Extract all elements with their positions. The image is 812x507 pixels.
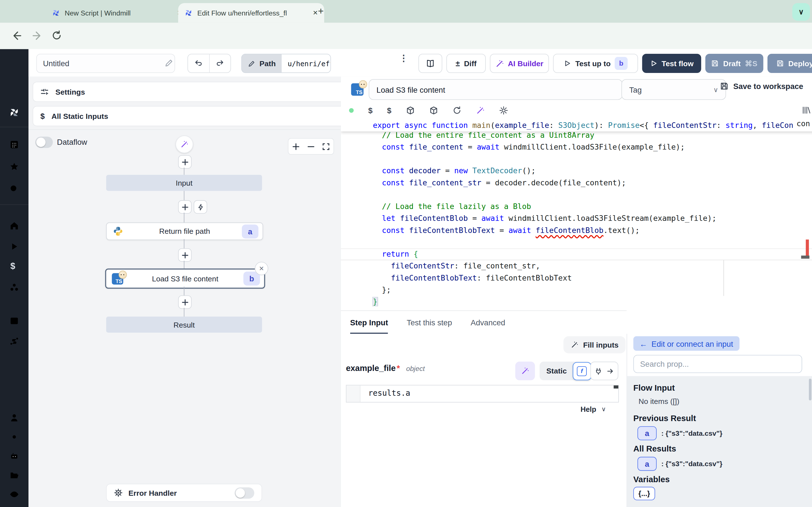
resources-icon[interactable] xyxy=(9,283,19,292)
deploy-button[interactable]: Deploy xyxy=(767,54,812,73)
ai-fill-button[interactable] xyxy=(515,362,535,380)
result-node[interactable]: Result xyxy=(106,317,262,333)
tab-test-this-step[interactable]: Test this step xyxy=(407,311,452,334)
tab-search-button[interactable]: ∨ xyxy=(792,3,810,20)
home-icon[interactable] xyxy=(9,221,19,231)
tab-step-input[interactable]: Step Input xyxy=(350,311,388,334)
package-icon[interactable] xyxy=(429,106,438,115)
all-results-row[interactable]: a : {"s3":"data.csv"} xyxy=(638,457,722,471)
search-icon[interactable] xyxy=(9,184,19,194)
remove-step-button[interactable]: ✕ xyxy=(255,262,268,275)
folders-icon[interactable] xyxy=(9,470,19,480)
search-prop-input[interactable] xyxy=(633,355,802,373)
diff-button[interactable]: ± Diff xyxy=(446,54,486,73)
fit-view-button[interactable] xyxy=(319,138,334,154)
variables-chip[interactable]: {...} xyxy=(633,487,655,500)
tag-select[interactable]: Tag ∨ xyxy=(621,79,726,100)
fill-inputs-button[interactable]: Fill inputs xyxy=(563,336,626,353)
result-a-chip[interactable]: a xyxy=(638,426,657,440)
test-up-to-button[interactable]: Test up to b xyxy=(553,54,638,73)
add-step-button[interactable] xyxy=(178,295,192,309)
ai-builder-button[interactable]: AI Builder xyxy=(490,54,549,73)
flow-name-input[interactable]: Untitled xyxy=(36,54,175,73)
runs-icon[interactable] xyxy=(9,242,19,251)
error-handler-row[interactable]: Error Handler xyxy=(106,484,262,502)
reload-icon[interactable] xyxy=(51,30,62,41)
scrollbar-thumb[interactable] xyxy=(801,256,809,259)
zoom-in-button[interactable] xyxy=(289,138,303,154)
workers-robot-icon[interactable] xyxy=(9,451,19,461)
flows-route-icon[interactable] xyxy=(9,336,19,346)
step-a-node[interactable]: Return file path a xyxy=(106,223,263,240)
chevron-down-icon: ∨ xyxy=(799,8,804,16)
plus-icon xyxy=(182,299,188,305)
path-chip[interactable]: Path u/henri/eff xyxy=(241,54,331,73)
assets-dollar-icon[interactable]: $ xyxy=(368,106,372,115)
plug-icon[interactable] xyxy=(595,367,603,375)
save-icon xyxy=(711,59,719,67)
arrow-right-icon[interactable] xyxy=(606,367,614,375)
all-static-inputs-row[interactable]: $ All Static Inputs xyxy=(33,106,352,126)
dataflow-toggle[interactable] xyxy=(35,136,53,148)
input-node[interactable]: Input xyxy=(106,175,262,191)
flow-settings-row[interactable]: Settings xyxy=(33,82,352,102)
static-mode-label[interactable]: Static xyxy=(546,367,567,375)
flow-ai-wand-button[interactable] xyxy=(175,135,193,153)
reload-icon[interactable] xyxy=(453,106,461,115)
docs-book-button[interactable] xyxy=(418,54,442,73)
all-static-inputs-label: All Static Inputs xyxy=(51,112,108,120)
step-name-input[interactable]: Load S3 file content xyxy=(369,79,622,100)
add-step-button[interactable] xyxy=(178,248,192,262)
spacer xyxy=(626,311,812,334)
new-tab-button[interactable]: + xyxy=(318,6,324,17)
tab-close-icon[interactable]: ✕ xyxy=(313,9,318,17)
save-to-workspace-button[interactable]: Save to workspace xyxy=(720,82,803,91)
chevron-down-icon: ∨ xyxy=(601,406,606,413)
zoom-out-button[interactable] xyxy=(303,138,318,154)
error-handler-toggle[interactable] xyxy=(235,487,254,498)
ai-wand-icon[interactable] xyxy=(476,106,485,115)
variables-icon[interactable]: $ xyxy=(10,262,15,272)
add-trigger-button[interactable] xyxy=(194,200,207,214)
redo-button[interactable] xyxy=(209,54,231,72)
settings-gear-icon[interactable] xyxy=(9,432,19,442)
tab-advanced[interactable]: Advanced xyxy=(470,311,505,334)
package-icon[interactable] xyxy=(406,106,414,115)
library-icon[interactable] xyxy=(802,106,811,115)
flow-toolbar: Untitled Path u/henri/eff ⋮ xyxy=(29,49,812,77)
user-icon[interactable] xyxy=(9,413,19,423)
browser-tab-new-script[interactable]: New Script | Windmill ✕ xyxy=(46,4,189,22)
edit-pencil-icon[interactable] xyxy=(165,59,173,67)
apps-icon[interactable] xyxy=(9,140,19,150)
undo-button[interactable] xyxy=(188,54,209,72)
result-a-chip[interactable]: a xyxy=(638,457,657,471)
test-up-to-label: Test up to xyxy=(575,59,610,67)
audit-eye-icon[interactable] xyxy=(9,490,19,499)
back-icon[interactable] xyxy=(11,30,22,41)
scrollbar-thumb[interactable] xyxy=(809,379,811,400)
help-toggle[interactable]: Help ∨ xyxy=(580,405,606,413)
path-value: u/henri/eff xyxy=(288,59,331,67)
browser-tab-edit-flow[interactable]: Edit Flow u/henri/effortless_fl ✕ xyxy=(178,3,324,23)
forward-icon[interactable] xyxy=(31,30,42,41)
previous-result-row[interactable]: a : {"s3":"data.csv"} xyxy=(638,426,722,440)
test-flow-button[interactable]: Test flow xyxy=(642,54,701,73)
expression-editor[interactable]: results.a xyxy=(346,385,619,402)
more-options-icon[interactable]: ⋮ xyxy=(399,53,408,64)
edit-or-connect-chip[interactable]: ← Edit or connect an input xyxy=(633,336,739,351)
variables-dollar-icon[interactable]: $ xyxy=(387,106,391,115)
windmill-logo[interactable] xyxy=(9,107,20,118)
schedules-calendar-icon[interactable] xyxy=(9,316,19,325)
javascript-mode-button[interactable]: f xyxy=(573,362,591,380)
code-editor[interactable]: // Load the entire file_content as a Uin… xyxy=(341,119,812,311)
flow-name-value: Untitled xyxy=(43,59,69,68)
editor-settings-gear-icon[interactable] xyxy=(499,106,508,115)
plus-icon xyxy=(182,204,188,210)
edge xyxy=(184,239,185,248)
step-b-node-selected[interactable]: TS Load S3 file content b xyxy=(105,269,265,289)
draft-button[interactable]: Draft ⌘S xyxy=(705,54,763,73)
add-step-button[interactable] xyxy=(178,155,192,169)
favorites-star-icon[interactable] xyxy=(9,162,19,172)
editor-gutter xyxy=(347,385,361,402)
add-step-button[interactable] xyxy=(178,200,192,214)
